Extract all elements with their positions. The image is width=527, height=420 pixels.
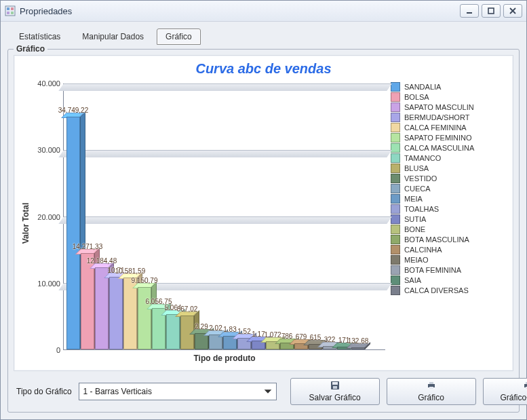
legend-item: SAPATO MASCULIN (391, 102, 506, 112)
legend-item: CALCA MASCULINA (391, 143, 506, 153)
legend-item: SAPATO FEMININO (391, 133, 506, 142)
bar: 12.184,48 (95, 83, 109, 349)
legend-swatch (391, 143, 400, 153)
svg-rect-9 (333, 386, 337, 389)
legend-item: BOTA MASCULINA (391, 235, 506, 244)
legend: SANDALIABOLSASAPATO MASCULINBERMUDA/SHOR… (385, 79, 509, 366)
legend-swatch (391, 194, 400, 204)
svg-rect-11 (429, 382, 433, 384)
floppy-icon (330, 381, 340, 392)
legend-item: BOTA FEMININA (391, 265, 506, 275)
legend-item: SAIA (391, 275, 506, 285)
plot-area: Tipo de produto 34.749,2214.271,3312.184… (63, 83, 385, 350)
svg-rect-1 (7, 7, 9, 10)
bar: 10.71 (109, 83, 123, 349)
window-title: Propriedades (20, 6, 460, 16)
chart-body: Valor Total 010.00020.00030.00040.000 Ti… (14, 79, 513, 370)
bar-value-label: 615 (310, 334, 321, 341)
chart-groupbox: Gráfico Curva abc de vendas Valor Total … (7, 49, 520, 413)
legend-item: CUECA (391, 184, 506, 193)
legend-swatch (391, 255, 400, 265)
bar-value-label: 1.072 (264, 331, 281, 339)
legend-label: BERMUDA/SHORT (404, 113, 469, 121)
bar-value-label: 2.29 (195, 323, 208, 330)
tab-bar: EstatísticasManipular DadosGráfico (7, 26, 520, 45)
client-area: EstatísticasManipular DadosGráfico Gráfi… (1, 22, 526, 419)
chart-type-combo[interactable]: 1 - Barras Verticais (79, 383, 277, 400)
legend-swatch (391, 184, 400, 193)
bar-value-label: 1.52 (237, 328, 250, 335)
legend-label: BOTA FEMININA (404, 266, 461, 274)
bar-value-label: 679 (296, 333, 307, 341)
legend-label: SAPATO MASCULIN (404, 103, 474, 111)
bar: 2.02 (209, 83, 222, 349)
legend-label: MEIA (404, 195, 423, 203)
svg-rect-4 (11, 12, 14, 14)
bar-value-label: 1.83 (223, 326, 236, 333)
bar: 171 (337, 83, 351, 349)
bar: 1.52 (237, 83, 251, 349)
titlebar[interactable]: Propriedades (1, 1, 526, 22)
tab-estat-sticas[interactable]: Estatísticas (10, 28, 69, 45)
print-chart-button[interactable]: Gráfico (387, 378, 476, 405)
window-buttons (460, 4, 522, 18)
legend-swatch (391, 245, 400, 254)
y-axis-label: Valor Total (18, 79, 33, 366)
svg-rect-3 (7, 12, 9, 14)
bar-value-label: 786 (281, 332, 293, 340)
legend-item: BONE (391, 225, 506, 234)
svg-rect-5 (467, 12, 472, 14)
legend-item: TOALHAS (391, 204, 506, 214)
legend-swatch (391, 235, 400, 244)
legend-label: SANDALIA (404, 83, 441, 91)
bar: 10.581,59 (123, 83, 137, 349)
close-button[interactable] (503, 4, 522, 18)
y-tick: 40.000 (37, 79, 60, 88)
printer-icon (427, 381, 436, 392)
save-chart-button[interactable]: Salvar Gráfico (290, 378, 380, 405)
legend-label: BOTA MASCULINA (404, 235, 469, 244)
bar-value-label: 1.17 (252, 330, 265, 338)
maximize-button[interactable] (482, 4, 501, 18)
tab-gr-fico[interactable]: Gráfico (157, 28, 201, 45)
bar: 6.056,75 (152, 83, 165, 349)
svg-rect-2 (11, 7, 14, 10)
bar: 34.749,22 (66, 83, 80, 349)
window: Propriedades EstatísticasManipular Dados… (0, 0, 527, 420)
legend-item: SUTIA (391, 214, 506, 224)
tab-manipular-dados[interactable]: Manipular Dados (73, 28, 153, 45)
groupbox-caption: Gráfico (14, 44, 47, 54)
y-tick: 30.000 (37, 146, 60, 154)
minimize-button[interactable] (460, 4, 479, 18)
bar: 1.072 (266, 83, 279, 349)
svg-rect-12 (429, 387, 433, 389)
print-chart-data-button[interactable]: Gráfico+Dados (483, 378, 527, 405)
legend-swatch (391, 286, 400, 295)
bar: 2.29 (195, 83, 208, 349)
bar: 615 (309, 83, 322, 349)
legend-label: TOALHAS (404, 205, 439, 213)
bar-value-label: 132,68 (348, 337, 369, 345)
bar: 9.150,79 (138, 83, 151, 349)
x-axis-label: Tipo de produto (64, 354, 385, 363)
legend-item: CALCINHA (391, 245, 506, 254)
legend-item: BOLSA (391, 92, 506, 102)
legend-label: CALCA DIVERSAS (404, 286, 469, 294)
bar: 867,02 (180, 83, 194, 349)
chart-title: Curva abc de vendas (14, 56, 513, 79)
legend-swatch (391, 133, 400, 142)
legend-item: CALCA FEMININA (391, 123, 506, 132)
legend-label: CALCINHA (404, 246, 442, 254)
legend-label: SUTIA (404, 215, 426, 223)
legend-swatch (391, 153, 400, 163)
legend-label: BONE (404, 225, 425, 233)
legend-item: CALCA DIVERSAS (391, 286, 506, 295)
legend-swatch (391, 275, 400, 285)
bottom-bar: Tipo do Gráfico 1 - Barras Verticais Sal… (14, 371, 513, 406)
legend-swatch (391, 174, 400, 183)
legend-item: BERMUDA/SHORT (391, 113, 506, 122)
legend-swatch (391, 204, 400, 214)
chart-card: Curva abc de vendas Valor Total 010.0002… (14, 55, 513, 371)
chevron-down-icon (262, 386, 273, 397)
y-tick: 10.000 (37, 280, 60, 288)
